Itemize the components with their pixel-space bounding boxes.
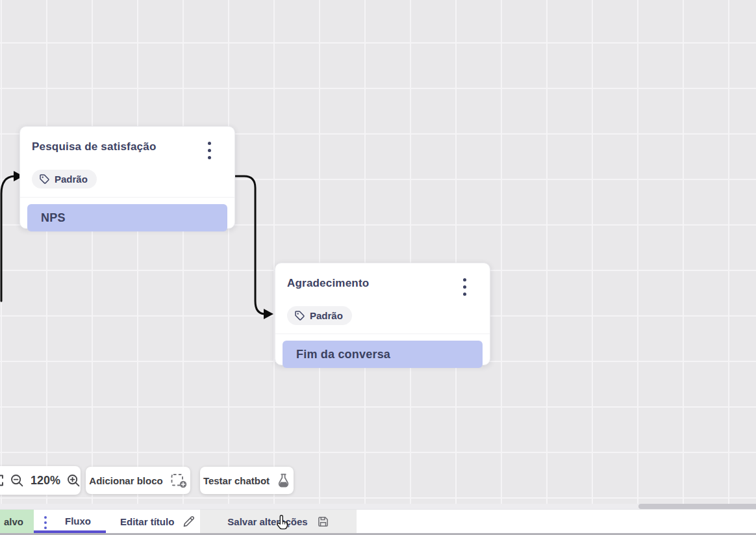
bottom-bar: alvo Fluxo Editar título Salvar alteraçõ… bbox=[0, 509, 756, 535]
horizontal-scrollbar-thumb[interactable] bbox=[638, 504, 756, 509]
node-separator bbox=[275, 333, 490, 334]
node-menu-kebab-icon[interactable] bbox=[204, 140, 215, 161]
flow-options-kebab-icon[interactable] bbox=[40, 515, 51, 530]
pencil-icon bbox=[183, 515, 195, 528]
node-tag-label: Padrão bbox=[310, 310, 343, 321]
block-label: Fim da conversa bbox=[296, 348, 390, 361]
node-title: Pesquisa de satisfação bbox=[32, 140, 157, 153]
zoom-out-icon bbox=[10, 473, 25, 488]
zoom-in-button[interactable] bbox=[66, 473, 81, 488]
zoom-level: 120% bbox=[31, 474, 60, 488]
save-floppy-icon bbox=[317, 515, 329, 528]
node-tag-label: Padrão bbox=[55, 174, 88, 185]
add-block-icon bbox=[171, 473, 187, 488]
node-tag-badge: Padrão bbox=[287, 306, 352, 325]
block-nps[interactable]: NPS bbox=[27, 204, 227, 231]
test-chatbot-label: Testar chatbot bbox=[203, 475, 270, 486]
tag-icon bbox=[39, 174, 50, 185]
block-label: NPS bbox=[41, 211, 66, 225]
saved-status-badge: alvo bbox=[0, 510, 34, 533]
node-title: Agradecimento bbox=[287, 277, 369, 290]
node-header: Pesquisa de satisfação bbox=[20, 127, 234, 161]
edit-title-label: Editar título bbox=[120, 516, 174, 527]
flow-node-pesquisa[interactable]: Pesquisa de satisfação Padrão NPS bbox=[19, 126, 235, 229]
block-fim-da-conversa[interactable]: Fim da conversa bbox=[283, 341, 483, 368]
saved-status-label: alvo bbox=[4, 516, 23, 527]
node-separator bbox=[20, 197, 234, 198]
zoom-toolbar: 120% bbox=[0, 466, 81, 495]
save-changes-label: Salvar alterações bbox=[227, 516, 307, 527]
flow-node-agradecimento[interactable]: Agradecimento Padrão Fim da conversa bbox=[275, 263, 490, 365]
zoom-in-icon bbox=[66, 473, 81, 488]
flow-canvas[interactable]: Pesquisa de satisfação Padrão NPS Agrade… bbox=[0, 0, 756, 535]
node-header: Agradecimento bbox=[275, 263, 490, 297]
add-block-label: Adicionar bloco bbox=[89, 475, 162, 486]
tag-icon bbox=[294, 310, 305, 321]
flask-icon bbox=[277, 473, 290, 488]
save-changes-button[interactable]: Salvar alterações bbox=[200, 510, 357, 534]
node-tag-badge: Padrão bbox=[32, 170, 97, 189]
test-chatbot-button[interactable]: Testar chatbot bbox=[200, 467, 294, 494]
zoom-out-button[interactable] bbox=[10, 473, 25, 488]
tab-fluxo[interactable]: Fluxo bbox=[65, 515, 91, 527]
node-menu-kebab-icon[interactable] bbox=[459, 277, 470, 297]
fit-view-icon[interactable] bbox=[0, 475, 4, 486]
edit-title-button[interactable]: Editar título bbox=[120, 515, 195, 528]
add-block-button[interactable]: Adicionar bloco bbox=[86, 467, 190, 494]
